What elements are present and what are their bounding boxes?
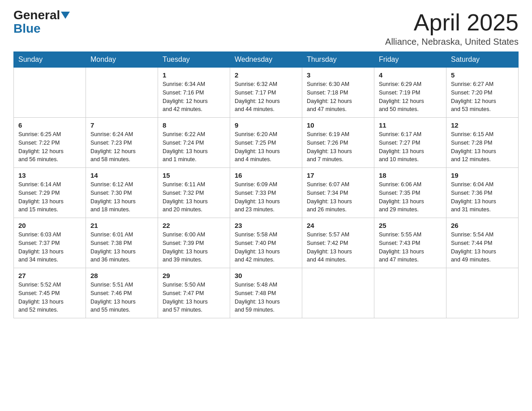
day-info: Sunrise: 6:17 AM Sunset: 7:27 PM Dayligh… <box>379 130 442 164</box>
weekday-header-row: SundayMondayTuesdayWednesdayThursdayFrid… <box>14 52 519 68</box>
weekday-header-cell: Monday <box>86 52 158 68</box>
calendar-day-cell: 23Sunrise: 5:58 AM Sunset: 7:40 PM Dayli… <box>230 218 302 268</box>
day-info: Sunrise: 5:58 AM Sunset: 7:40 PM Dayligh… <box>235 231 297 264</box>
day-info: Sunrise: 5:48 AM Sunset: 7:48 PM Dayligh… <box>235 281 297 314</box>
day-info: Sunrise: 6:04 AM Sunset: 7:36 PM Dayligh… <box>451 180 514 214</box>
calendar-body: 1Sunrise: 6:34 AM Sunset: 7:16 PM Daylig… <box>14 68 519 318</box>
day-info: Sunrise: 6:32 AM Sunset: 7:17 PM Dayligh… <box>235 80 297 114</box>
calendar-day-cell: 1Sunrise: 6:34 AM Sunset: 7:16 PM Daylig… <box>158 68 230 118</box>
day-number: 17 <box>307 171 369 179</box>
calendar-week-row: 20Sunrise: 6:03 AM Sunset: 7:37 PM Dayli… <box>14 218 519 268</box>
calendar-day-cell: 19Sunrise: 6:04 AM Sunset: 7:36 PM Dayli… <box>446 168 519 218</box>
calendar-day-cell: 30Sunrise: 5:48 AM Sunset: 7:48 PM Dayli… <box>230 268 302 318</box>
calendar-day-cell: 29Sunrise: 5:50 AM Sunset: 7:47 PM Dayli… <box>158 268 230 318</box>
day-info: Sunrise: 6:03 AM Sunset: 7:37 PM Dayligh… <box>18 231 81 264</box>
day-info: Sunrise: 6:12 AM Sunset: 7:30 PM Dayligh… <box>90 180 153 214</box>
day-info: Sunrise: 6:29 AM Sunset: 7:19 PM Dayligh… <box>379 80 442 114</box>
day-info: Sunrise: 5:54 AM Sunset: 7:44 PM Dayligh… <box>451 231 514 264</box>
day-number: 9 <box>235 121 297 129</box>
calendar-week-row: 27Sunrise: 5:52 AM Sunset: 7:45 PM Dayli… <box>14 268 519 318</box>
day-number: 29 <box>163 272 225 279</box>
day-info: Sunrise: 6:25 AM Sunset: 7:22 PM Dayligh… <box>18 130 81 164</box>
calendar-day-cell: 14Sunrise: 6:12 AM Sunset: 7:30 PM Dayli… <box>86 168 158 218</box>
calendar-day-cell: 27Sunrise: 5:52 AM Sunset: 7:45 PM Dayli… <box>14 268 86 318</box>
day-number: 26 <box>451 222 514 229</box>
day-number: 27 <box>18 272 81 279</box>
day-number: 24 <box>307 222 369 229</box>
weekday-header-cell: Thursday <box>302 52 374 68</box>
day-info: Sunrise: 6:07 AM Sunset: 7:34 PM Dayligh… <box>307 180 369 214</box>
calendar-day-cell: 16Sunrise: 6:09 AM Sunset: 7:33 PM Dayli… <box>230 168 302 218</box>
day-info: Sunrise: 5:51 AM Sunset: 7:46 PM Dayligh… <box>90 281 153 314</box>
logo-text-blue: Blue <box>13 21 41 35</box>
calendar-day-cell: 12Sunrise: 6:15 AM Sunset: 7:28 PM Dayli… <box>446 118 519 168</box>
calendar-day-cell <box>446 268 519 318</box>
day-number: 21 <box>90 222 153 229</box>
page-header: General Blue April 2025 Alliance, Nebras… <box>13 9 519 47</box>
day-info: Sunrise: 5:50 AM Sunset: 7:47 PM Dayligh… <box>163 281 225 314</box>
month-title: April 2025 <box>385 9 519 36</box>
day-info: Sunrise: 6:09 AM Sunset: 7:33 PM Dayligh… <box>235 180 297 214</box>
day-number: 2 <box>235 71 297 79</box>
calendar-day-cell: 10Sunrise: 6:19 AM Sunset: 7:26 PM Dayli… <box>302 118 374 168</box>
weekday-header-cell: Tuesday <box>158 52 230 68</box>
calendar-day-cell: 25Sunrise: 5:55 AM Sunset: 7:43 PM Dayli… <box>374 218 446 268</box>
day-info: Sunrise: 6:20 AM Sunset: 7:25 PM Dayligh… <box>235 130 297 164</box>
day-number: 5 <box>451 71 514 79</box>
weekday-header-cell: Wednesday <box>230 52 302 68</box>
calendar-day-cell: 11Sunrise: 6:17 AM Sunset: 7:27 PM Dayli… <box>374 118 446 168</box>
calendar-day-cell <box>14 68 86 118</box>
day-info: Sunrise: 6:01 AM Sunset: 7:38 PM Dayligh… <box>90 231 153 264</box>
day-number: 28 <box>90 272 153 279</box>
calendar-day-cell: 15Sunrise: 6:11 AM Sunset: 7:32 PM Dayli… <box>158 168 230 218</box>
day-number: 6 <box>18 121 81 129</box>
day-number: 1 <box>163 71 225 79</box>
day-number: 16 <box>235 171 297 179</box>
day-info: Sunrise: 6:22 AM Sunset: 7:24 PM Dayligh… <box>163 130 225 164</box>
calendar-day-cell: 17Sunrise: 6:07 AM Sunset: 7:34 PM Dayli… <box>302 168 374 218</box>
calendar-day-cell: 18Sunrise: 6:06 AM Sunset: 7:35 PM Dayli… <box>374 168 446 218</box>
day-info: Sunrise: 6:34 AM Sunset: 7:16 PM Dayligh… <box>163 80 225 114</box>
day-number: 19 <box>451 171 514 179</box>
day-number: 13 <box>18 171 81 179</box>
calendar-day-cell: 8Sunrise: 6:22 AM Sunset: 7:24 PM Daylig… <box>158 118 230 168</box>
day-info: Sunrise: 5:57 AM Sunset: 7:42 PM Dayligh… <box>307 231 369 264</box>
logo-text-general: General <box>13 9 60 21</box>
day-number: 4 <box>379 71 442 79</box>
day-info: Sunrise: 6:00 AM Sunset: 7:39 PM Dayligh… <box>163 231 225 264</box>
day-number: 25 <box>379 222 442 229</box>
calendar-day-cell: 7Sunrise: 6:24 AM Sunset: 7:23 PM Daylig… <box>86 118 158 168</box>
day-number: 15 <box>163 171 225 179</box>
calendar-day-cell: 5Sunrise: 6:27 AM Sunset: 7:20 PM Daylig… <box>446 68 519 118</box>
calendar-day-cell: 21Sunrise: 6:01 AM Sunset: 7:38 PM Dayli… <box>86 218 158 268</box>
calendar-day-cell: 26Sunrise: 5:54 AM Sunset: 7:44 PM Dayli… <box>446 218 519 268</box>
calendar-day-cell: 20Sunrise: 6:03 AM Sunset: 7:37 PM Dayli… <box>14 218 86 268</box>
day-info: Sunrise: 6:11 AM Sunset: 7:32 PM Dayligh… <box>163 180 225 214</box>
day-info: Sunrise: 6:24 AM Sunset: 7:23 PM Dayligh… <box>90 130 153 164</box>
weekday-header-cell: Friday <box>374 52 446 68</box>
calendar-day-cell: 28Sunrise: 5:51 AM Sunset: 7:46 PM Dayli… <box>86 268 158 318</box>
calendar-day-cell: 4Sunrise: 6:29 AM Sunset: 7:19 PM Daylig… <box>374 68 446 118</box>
calendar-day-cell: 6Sunrise: 6:25 AM Sunset: 7:22 PM Daylig… <box>14 118 86 168</box>
title-area: April 2025 Alliance, Nebraska, United St… <box>385 9 519 47</box>
weekday-header-cell: Sunday <box>14 52 86 68</box>
day-number: 12 <box>451 121 514 129</box>
day-number: 22 <box>163 222 225 229</box>
calendar-day-cell <box>86 68 158 118</box>
logo: General Blue <box>13 9 70 36</box>
day-number: 8 <box>163 121 225 129</box>
calendar-day-cell: 2Sunrise: 6:32 AM Sunset: 7:17 PM Daylig… <box>230 68 302 118</box>
calendar-week-row: 1Sunrise: 6:34 AM Sunset: 7:16 PM Daylig… <box>14 68 519 118</box>
day-number: 30 <box>235 272 297 279</box>
day-number: 18 <box>379 171 442 179</box>
calendar-day-cell: 9Sunrise: 6:20 AM Sunset: 7:25 PM Daylig… <box>230 118 302 168</box>
day-info: Sunrise: 6:27 AM Sunset: 7:20 PM Dayligh… <box>451 80 514 114</box>
day-info: Sunrise: 5:55 AM Sunset: 7:43 PM Dayligh… <box>379 231 442 264</box>
day-number: 10 <box>307 121 369 129</box>
calendar-day-cell <box>374 268 446 318</box>
day-number: 23 <box>235 222 297 229</box>
day-info: Sunrise: 5:52 AM Sunset: 7:45 PM Dayligh… <box>18 281 81 314</box>
calendar-day-cell: 13Sunrise: 6:14 AM Sunset: 7:29 PM Dayli… <box>14 168 86 218</box>
calendar-table: SundayMondayTuesdayWednesdayThursdayFrid… <box>13 51 519 318</box>
calendar-week-row: 6Sunrise: 6:25 AM Sunset: 7:22 PM Daylig… <box>14 118 519 168</box>
